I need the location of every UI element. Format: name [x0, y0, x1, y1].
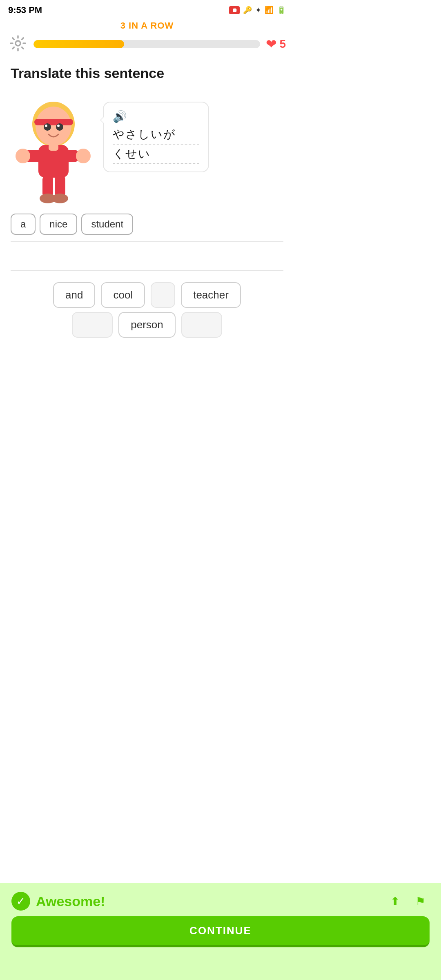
svg-point-11: [16, 149, 30, 163]
answer-chip-student[interactable]: student: [81, 214, 133, 235]
status-time: 9:53 PM: [8, 5, 42, 16]
character-area: 🔊 やさしいが くせい: [0, 85, 294, 204]
bubble-top: 🔊: [113, 110, 199, 123]
header: 3 IN A ROW ❤ 5: [0, 18, 294, 58]
bubble-text-line2: くせい: [113, 146, 199, 164]
signal-icon: 📶: [265, 6, 274, 15]
word-chip-cool[interactable]: cool: [101, 282, 145, 308]
streak-label: 3 IN A ROW: [120, 20, 174, 31]
word-chip-teacher[interactable]: teacher: [181, 282, 241, 308]
progress-bar-fill: [33, 40, 124, 48]
word-bank-row1: and cool teacher: [11, 282, 283, 308]
svg-point-5: [56, 123, 63, 131]
svg-point-13: [76, 149, 91, 163]
svg-point-6: [45, 125, 47, 127]
word-chip-person[interactable]: person: [118, 312, 176, 338]
answer-chips: a nice student: [11, 214, 283, 235]
svg-point-2: [36, 107, 71, 146]
status-bar: 9:53 PM ⏺ 🔑 ✦ 📶 🔋: [0, 0, 294, 18]
character-figure: [11, 89, 96, 204]
word-chip-gray1: [72, 312, 113, 338]
answer-area[interactable]: a nice student: [11, 214, 283, 242]
character-svg: [11, 89, 96, 204]
svg-point-17: [52, 194, 68, 203]
bluetooth-icon: ✦: [255, 6, 261, 15]
word-chip-gray2: [181, 312, 222, 338]
svg-rect-3: [34, 119, 73, 125]
empty-answer-row: [11, 246, 283, 271]
answer-chip-nice[interactable]: nice: [40, 214, 77, 235]
instruction-text: Translate this sentence: [0, 58, 294, 85]
speech-bubble: 🔊 やさしいが くせい: [103, 102, 209, 172]
progress-bar: [33, 40, 260, 48]
word-bank-row2: person: [11, 312, 283, 338]
hearts-count: 5: [279, 38, 286, 51]
hearts-area: ❤ 5: [266, 36, 286, 52]
svg-point-7: [57, 125, 60, 127]
word-chip-and[interactable]: and: [53, 282, 95, 308]
wifi-icon: 🔑: [243, 6, 252, 15]
progress-row: ❤ 5: [8, 34, 286, 54]
heart-icon: ❤: [266, 36, 277, 52]
svg-point-0: [16, 41, 20, 46]
gear-icon: [10, 35, 26, 53]
bubble-text-line1: やさしいが: [113, 127, 199, 145]
rec-icon: ⏺: [229, 6, 240, 14]
speaker-icon[interactable]: 🔊: [113, 110, 127, 123]
status-icons: ⏺ 🔑 ✦ 📶 🔋: [229, 6, 286, 15]
svg-point-4: [44, 123, 51, 131]
answer-chip-a[interactable]: a: [11, 214, 36, 235]
settings-button[interactable]: [8, 34, 28, 54]
word-chip-empty1: [151, 282, 175, 308]
battery-icon: 🔋: [277, 6, 286, 15]
svg-rect-9: [49, 143, 58, 151]
